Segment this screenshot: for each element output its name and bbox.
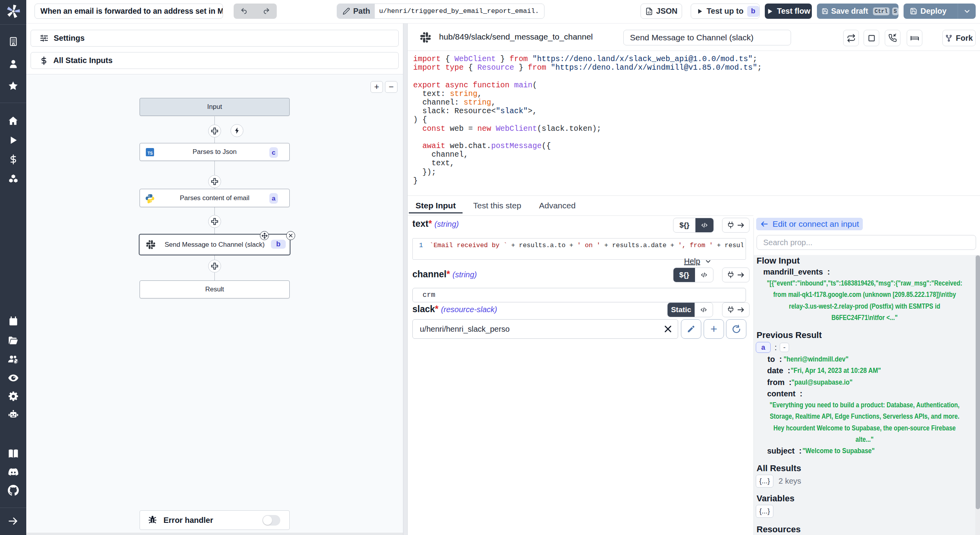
- svg-text:TS: TS: [148, 151, 153, 155]
